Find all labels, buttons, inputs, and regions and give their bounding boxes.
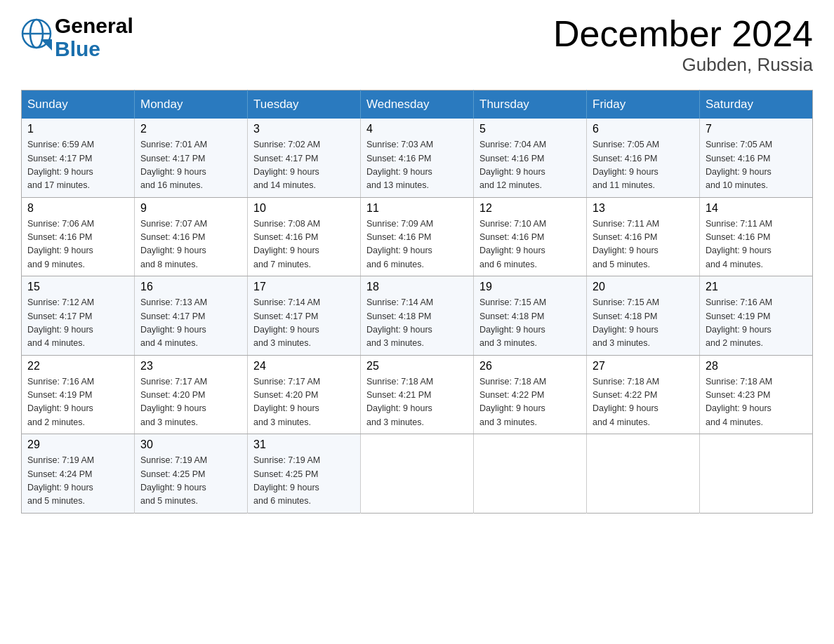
table-row: 29 Sunrise: 7:19 AMSunset: 4:24 PMDaylig…	[22, 434, 135, 514]
calendar-week-row: 29 Sunrise: 7:19 AMSunset: 4:24 PMDaylig…	[22, 434, 813, 514]
day-number: 29	[27, 438, 128, 451]
calendar-week-row: 22 Sunrise: 7:16 AMSunset: 4:19 PMDaylig…	[22, 355, 813, 434]
table-row: 11 Sunrise: 7:09 AMSunset: 4:16 PMDaylig…	[361, 197, 474, 276]
table-row: 1 Sunrise: 6:59 AMSunset: 4:17 PMDayligh…	[22, 119, 135, 197]
calendar-week-row: 15 Sunrise: 7:12 AMSunset: 4:17 PMDaylig…	[22, 276, 813, 356]
table-row: 9 Sunrise: 7:07 AMSunset: 4:16 PMDayligh…	[135, 197, 248, 276]
col-sunday: Sunday	[22, 90, 135, 119]
day-info: Sunrise: 7:04 AMSunset: 4:16 PMDaylight:…	[479, 138, 581, 193]
day-number: 30	[140, 438, 241, 451]
day-number: 13	[593, 202, 694, 215]
day-info: Sunrise: 7:18 AMSunset: 4:22 PMDaylight:…	[479, 375, 581, 430]
day-info: Sunrise: 7:18 AMSunset: 4:21 PMDaylight:…	[366, 375, 468, 430]
table-row: 15 Sunrise: 7:12 AMSunset: 4:17 PMDaylig…	[22, 276, 135, 356]
table-row: 12 Sunrise: 7:10 AMSunset: 4:16 PMDaylig…	[474, 197, 587, 276]
table-row: 13 Sunrise: 7:11 AMSunset: 4:16 PMDaylig…	[587, 197, 700, 276]
table-row: 17 Sunrise: 7:14 AMSunset: 4:17 PMDaylig…	[248, 276, 361, 356]
table-row: 4 Sunrise: 7:03 AMSunset: 4:16 PMDayligh…	[361, 119, 474, 197]
day-number: 24	[253, 360, 355, 373]
table-row: 28 Sunrise: 7:18 AMSunset: 4:23 PMDaylig…	[700, 355, 813, 434]
logo: General Blue	[21, 14, 133, 60]
day-number: 28	[706, 360, 807, 373]
day-info: Sunrise: 7:06 AMSunset: 4:16 PMDaylight:…	[27, 217, 128, 272]
day-number: 10	[253, 202, 355, 215]
table-row: 20 Sunrise: 7:15 AMSunset: 4:18 PMDaylig…	[587, 276, 700, 356]
day-info: Sunrise: 7:09 AMSunset: 4:16 PMDaylight:…	[366, 217, 468, 272]
day-info: Sunrise: 7:11 AMSunset: 4:16 PMDaylight:…	[593, 217, 694, 272]
day-info: Sunrise: 7:10 AMSunset: 4:16 PMDaylight:…	[479, 217, 581, 272]
day-info: Sunrise: 7:12 AMSunset: 4:17 PMDaylight:…	[27, 296, 128, 351]
table-row: 24 Sunrise: 7:17 AMSunset: 4:20 PMDaylig…	[248, 355, 361, 434]
table-row: 18 Sunrise: 7:14 AMSunset: 4:18 PMDaylig…	[361, 276, 474, 356]
day-number: 26	[479, 360, 581, 373]
day-info: Sunrise: 7:11 AMSunset: 4:16 PMDaylight:…	[706, 217, 807, 272]
calendar-table: Sunday Monday Tuesday Wednesday Thursday…	[21, 90, 813, 514]
table-row	[361, 434, 474, 514]
day-number: 23	[140, 360, 241, 373]
day-number: 8	[27, 202, 128, 215]
day-info: Sunrise: 7:17 AMSunset: 4:20 PMDaylight:…	[253, 375, 355, 430]
day-info: Sunrise: 7:08 AMSunset: 4:16 PMDaylight:…	[253, 217, 355, 272]
col-tuesday: Tuesday	[248, 90, 361, 119]
day-number: 14	[706, 202, 807, 215]
day-number: 20	[593, 281, 694, 293]
calendar-header-row: Sunday Monday Tuesday Wednesday Thursday…	[22, 90, 813, 119]
table-row: 31 Sunrise: 7:19 AMSunset: 4:25 PMDaylig…	[248, 434, 361, 514]
day-info: Sunrise: 7:19 AMSunset: 4:24 PMDaylight:…	[27, 454, 128, 509]
day-number: 11	[366, 202, 468, 215]
table-row: 14 Sunrise: 7:11 AMSunset: 4:16 PMDaylig…	[700, 197, 813, 276]
day-info: Sunrise: 7:16 AMSunset: 4:19 PMDaylight:…	[706, 296, 807, 351]
table-row	[474, 434, 587, 514]
day-number: 9	[140, 202, 241, 215]
day-info: Sunrise: 7:01 AMSunset: 4:17 PMDaylight:…	[140, 138, 241, 193]
day-info: Sunrise: 6:59 AMSunset: 4:17 PMDaylight:…	[27, 138, 128, 193]
col-friday: Friday	[587, 90, 700, 119]
day-number: 21	[706, 281, 807, 293]
table-row: 8 Sunrise: 7:06 AMSunset: 4:16 PMDayligh…	[22, 197, 135, 276]
location-title: Gubden, Russia	[553, 54, 813, 76]
table-row	[700, 434, 813, 514]
table-row: 5 Sunrise: 7:04 AMSunset: 4:16 PMDayligh…	[474, 119, 587, 197]
table-row: 23 Sunrise: 7:17 AMSunset: 4:20 PMDaylig…	[135, 355, 248, 434]
day-info: Sunrise: 7:19 AMSunset: 4:25 PMDaylight:…	[253, 454, 355, 509]
table-row: 7 Sunrise: 7:05 AMSunset: 4:16 PMDayligh…	[700, 119, 813, 197]
calendar-week-row: 8 Sunrise: 7:06 AMSunset: 4:16 PMDayligh…	[22, 197, 813, 276]
day-info: Sunrise: 7:16 AMSunset: 4:19 PMDaylight:…	[27, 375, 128, 430]
day-info: Sunrise: 7:03 AMSunset: 4:16 PMDaylight:…	[366, 138, 468, 193]
table-row: 21 Sunrise: 7:16 AMSunset: 4:19 PMDaylig…	[700, 276, 813, 356]
day-number: 6	[593, 123, 694, 135]
logo-label: General Blue	[55, 14, 133, 60]
day-number: 3	[253, 123, 355, 135]
day-info: Sunrise: 7:15 AMSunset: 4:18 PMDaylight:…	[593, 296, 694, 351]
table-row: 30 Sunrise: 7:19 AMSunset: 4:25 PMDaylig…	[135, 434, 248, 514]
day-number: 27	[593, 360, 694, 373]
day-number: 16	[140, 281, 241, 293]
table-row: 3 Sunrise: 7:02 AMSunset: 4:17 PMDayligh…	[248, 119, 361, 197]
day-info: Sunrise: 7:13 AMSunset: 4:17 PMDaylight:…	[140, 296, 241, 351]
day-number: 31	[253, 438, 355, 451]
svg-marker-3	[41, 39, 52, 51]
table-row: 19 Sunrise: 7:15 AMSunset: 4:18 PMDaylig…	[474, 276, 587, 356]
day-number: 12	[479, 202, 581, 215]
day-info: Sunrise: 7:05 AMSunset: 4:16 PMDaylight:…	[706, 138, 807, 193]
title-section: December 2024 Gubden, Russia	[553, 14, 813, 76]
day-info: Sunrise: 7:18 AMSunset: 4:23 PMDaylight:…	[706, 375, 807, 430]
day-info: Sunrise: 7:15 AMSunset: 4:18 PMDaylight:…	[479, 296, 581, 351]
logo-icon	[21, 18, 52, 56]
table-row: 10 Sunrise: 7:08 AMSunset: 4:16 PMDaylig…	[248, 197, 361, 276]
day-number: 5	[479, 123, 581, 135]
day-number: 2	[140, 123, 241, 135]
day-info: Sunrise: 7:18 AMSunset: 4:22 PMDaylight:…	[593, 375, 694, 430]
day-info: Sunrise: 7:02 AMSunset: 4:17 PMDaylight:…	[253, 138, 355, 193]
day-number: 7	[706, 123, 807, 135]
table-row: 25 Sunrise: 7:18 AMSunset: 4:21 PMDaylig…	[361, 355, 474, 434]
col-monday: Monday	[135, 90, 248, 119]
table-row: 6 Sunrise: 7:05 AMSunset: 4:16 PMDayligh…	[587, 119, 700, 197]
calendar-week-row: 1 Sunrise: 6:59 AMSunset: 4:17 PMDayligh…	[22, 119, 813, 197]
day-number: 15	[27, 281, 128, 293]
page-header: General Blue December 2024 Gubden, Russi…	[21, 14, 813, 76]
day-number: 18	[366, 281, 468, 293]
table-row: 26 Sunrise: 7:18 AMSunset: 4:22 PMDaylig…	[474, 355, 587, 434]
day-info: Sunrise: 7:07 AMSunset: 4:16 PMDaylight:…	[140, 217, 241, 272]
table-row: 16 Sunrise: 7:13 AMSunset: 4:17 PMDaylig…	[135, 276, 248, 356]
